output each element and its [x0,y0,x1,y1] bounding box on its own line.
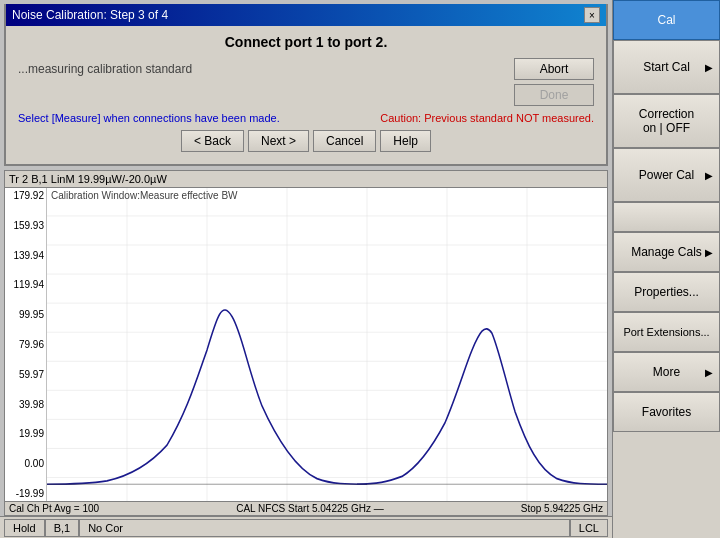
manage-cals-arrow-icon: ▶ [705,247,713,258]
status-no-cor: No Cor [79,519,570,537]
sidebar-properties[interactable]: Properties... [613,272,720,312]
sidebar-cal[interactable]: Cal [613,0,720,40]
sidebar-properties-label: Properties... [634,285,699,299]
y-axis: 179.92 159.93 139.94 119.94 99.95 79.96 … [5,188,47,501]
more-arrow-icon: ▶ [705,367,713,378]
footer-right: Stop 5.94225 GHz [521,503,603,514]
status-hold: Hold [4,519,45,537]
dialog-status: ...measuring calibration standard [18,58,192,76]
footer-cal: CAL NFCS Start 5.04225 GHz — [236,503,383,514]
abort-button[interactable]: Abort [514,58,594,80]
sidebar-correction-label: Correctionon | OFF [639,107,694,135]
sidebar-power-cal-label: Power Cal [639,168,694,182]
chart-footer: Cal Ch Pt Avg = 100 CAL NFCS Start 5.042… [5,501,607,515]
sidebar-spacer [613,202,720,232]
chart-plot: Calibration Window:Measure effective BW [47,188,607,501]
status-lcl: LCL [570,519,608,537]
dialog-header: Connect port 1 to port 2. [18,34,594,50]
sidebar-more[interactable]: More ▶ [613,352,720,392]
done-button[interactable]: Done [514,84,594,106]
dialog-title: Noise Calibration: Step 3 of 4 [12,8,168,22]
sidebar-power-cal[interactable]: Power Cal ▶ [613,148,720,202]
sidebar-port-extensions[interactable]: Port Extensions... [613,312,720,352]
next-button[interactable]: Next > [248,130,309,152]
sidebar-start-cal[interactable]: Start Cal ▶ [613,40,720,94]
back-button[interactable]: < Back [181,130,244,152]
status-b1: B,1 [45,519,80,537]
sidebar-correction[interactable]: Correctionon | OFF [613,94,720,148]
status-bar: Hold B,1 No Cor LCL [0,516,612,538]
sidebar-cal-label: Cal [657,13,675,27]
warning-left: Select [Measure] when connections have b… [18,112,280,124]
warning-right: Caution: Previous standard NOT measured. [380,112,594,124]
trace-info: Tr 2 B,1 LinM 19.99µW/-20.0µW [9,173,167,185]
sidebar-manage-cals-label: Manage Cals [631,245,702,259]
chart-annotation: Calibration Window:Measure effective BW [51,190,238,201]
sidebar-more-label: More [653,365,680,379]
start-cal-arrow-icon: ▶ [705,62,713,73]
help-button[interactable]: Help [380,130,431,152]
sidebar-start-cal-label: Start Cal [643,60,690,74]
dialog-titlebar: Noise Calibration: Step 3 of 4 × [6,4,606,26]
sidebar-manage-cals[interactable]: Manage Cals ▶ [613,232,720,272]
sidebar: Cal Start Cal ▶ Correctionon | OFF Power… [612,0,720,538]
cancel-button[interactable]: Cancel [313,130,376,152]
close-button[interactable]: × [584,7,600,23]
footer-left: Cal Ch Pt Avg = 100 [9,503,99,514]
sidebar-port-extensions-label: Port Extensions... [623,326,709,338]
sidebar-favorites-label: Favorites [642,405,691,419]
power-cal-arrow-icon: ▶ [705,170,713,181]
sidebar-favorites[interactable]: Favorites [613,392,720,432]
